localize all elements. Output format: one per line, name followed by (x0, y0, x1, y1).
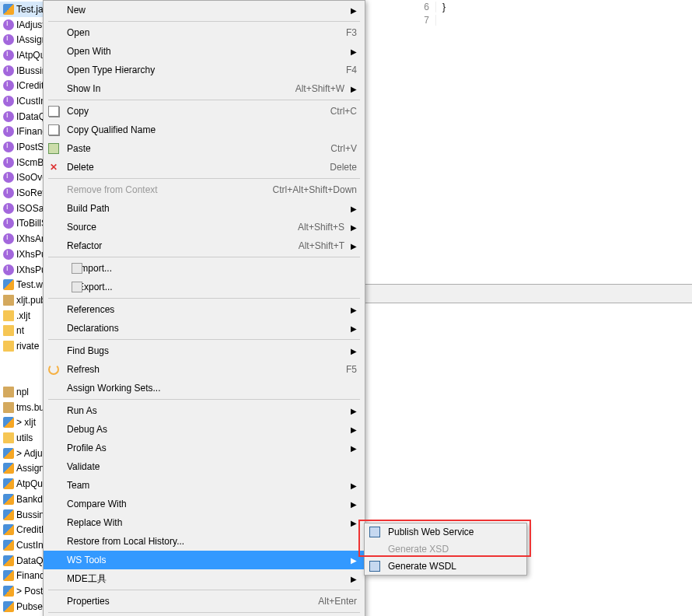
menu-item-profile-as[interactable]: Profile As▶ (44, 439, 365, 457)
tree-item[interactable]: IXhsPur (0, 247, 47, 262)
tree-item[interactable]: ISoOve (0, 170, 47, 186)
tree-item[interactable]: IFinance (0, 124, 47, 140)
project-explorer[interactable]: Test.javaIAdjustRIAssignnIAtpQueIBussinu… (0, 0, 47, 616)
tree-item[interactable]: Bankdc (0, 492, 47, 507)
tree-item[interactable]: IAssignn (0, 32, 47, 47)
menu-item-replace-with[interactable]: Replace With▶ (44, 513, 365, 532)
submenu-arrow-icon: ▶ (351, 6, 357, 15)
menu-item-declarations[interactable]: Declarations▶ (44, 319, 365, 338)
menu-item-team[interactable]: Team▶ (44, 476, 365, 495)
remove-icon (48, 184, 59, 195)
menu-item-open[interactable]: OpenF3 (44, 23, 365, 42)
tree-item[interactable]: IXhsPur (0, 262, 47, 278)
menu-item-properties[interactable]: PropertiesAlt+Enter (44, 592, 365, 611)
tree-item[interactable] (0, 354, 47, 369)
tree-item[interactable]: DataQu (0, 553, 47, 569)
tree-item[interactable]: xljt.pub (0, 292, 47, 308)
tree-item[interactable]: AssignS (0, 461, 47, 477)
menu-item-run-as[interactable]: Run As▶ (44, 401, 365, 420)
tree-item[interactable]: ISoRetu (0, 185, 47, 201)
tree-item[interactable]: ICustInf (0, 93, 47, 109)
tree-item[interactable]: ISOSale (0, 201, 47, 216)
menu-item-mde-[interactable]: MDE工具▶ (44, 569, 365, 588)
menu-item-compare-with[interactable]: Compare With▶ (44, 495, 365, 513)
tree-item[interactable]: Test.ws (0, 277, 47, 292)
submenu-label: Generate XSD (388, 544, 449, 555)
tree-item[interactable]: IPostSa (0, 139, 47, 155)
tree-item[interactable]: .xljt (0, 308, 47, 324)
tree-item[interactable]: AtpQue (0, 476, 47, 492)
tree-item[interactable]: > PostS (0, 583, 47, 599)
tree-item[interactable]: > Adjus (0, 446, 47, 461)
menu-item-paste[interactable]: PasteCtrl+V (44, 139, 365, 158)
menu-item-source[interactable]: SourceAlt+Shift+S▶ (44, 218, 365, 236)
submenu-arrow-icon: ▶ (351, 444, 357, 453)
java-icon (3, 601, 14, 612)
menu-item-restore-from-local-history-[interactable]: Restore from Local History... (44, 532, 365, 551)
menu-shortcut: Alt+Shift+S (298, 222, 344, 233)
submenu-arrow-icon: ▶ (351, 425, 357, 434)
tree-item[interactable]: > xljt (0, 415, 47, 431)
menu-item-refresh[interactable]: RefreshF5 (44, 360, 365, 379)
tree-item[interactable]: npl (0, 384, 47, 400)
menu-item-ws-tools[interactable]: WS Tools▶ (44, 551, 365, 569)
java-icon (3, 494, 14, 505)
tree-item[interactable]: Test.java (0, 2, 47, 17)
tree-item[interactable]: utils (0, 430, 47, 446)
tree-item[interactable]: Finance (0, 568, 47, 583)
menu-label: Declarations (67, 323, 344, 334)
tree-item[interactable]: CustInfc (0, 537, 47, 553)
tree-item[interactable]: tms.busi (0, 400, 47, 415)
submenu-arrow-icon: ▶ (351, 205, 357, 213)
tree-item[interactable]: IToBillS (0, 216, 47, 232)
tree-item[interactable]: IAdjustR (0, 17, 47, 33)
menu-label: Validate (67, 461, 357, 472)
code-text[interactable]: } (436, 2, 446, 12)
tree-item[interactable]: IXhsArE (0, 231, 47, 247)
menu-label: Open Type Hierarchy (67, 65, 346, 75)
tree-label: .xljt (16, 310, 30, 321)
menu-item-import-[interactable]: Import... (44, 259, 365, 278)
package-icon (3, 295, 14, 306)
tree-item[interactable]: ICreditN (0, 78, 47, 93)
menu-item-copy[interactable]: CopyCtrl+C (44, 102, 365, 121)
tree-item[interactable]: IDataQu (0, 109, 47, 124)
menu-label: References (67, 304, 344, 315)
tree-item[interactable] (0, 369, 47, 385)
menu-item-delete[interactable]: ✕DeleteDelete (44, 158, 365, 177)
submenu-item-generate-wsdl[interactable]: Generate WSDL (365, 558, 526, 575)
tree-label: npl (16, 387, 29, 397)
menu-label: Compare With (67, 499, 344, 509)
menu-item-references[interactable]: References▶ (44, 300, 365, 319)
menu-item-debug-as[interactable]: Debug As▶ (44, 420, 365, 439)
menu-item-find-bugs[interactable]: Find Bugs▶ (44, 341, 365, 360)
menu-item-open-type-hierarchy[interactable]: Open Type HierarchyF4 (44, 61, 365, 79)
tree-item[interactable]: IBussinu (0, 63, 47, 79)
submenu-arrow-icon: ▶ (351, 47, 357, 56)
tree-item[interactable]: rivate (0, 338, 47, 354)
menu-item-validate[interactable]: Validate (44, 457, 365, 476)
menu-item-assign-working-sets-[interactable]: Assign Working Sets... (44, 379, 365, 397)
menu-item-show-in[interactable]: Show InAlt+Shift+W▶ (44, 79, 365, 98)
menu-item-copy-qualified-name[interactable]: Copy Qualified Name (44, 121, 365, 139)
menu-item-open-with[interactable]: Open With▶ (44, 42, 365, 61)
tree-item[interactable]: PubserviceForDBImpl RequiresNew.java (0, 599, 47, 614)
submenu-arrow-icon: ▶ (351, 575, 357, 583)
tree-item[interactable]: Bussinu (0, 507, 47, 523)
submenu-item-generate-xsd: Generate XSD (365, 541, 526, 558)
menu-shortcut: F4 (346, 65, 357, 75)
tree-item[interactable]: CreditN (0, 522, 47, 537)
menu-item-export-[interactable]: Export... (44, 278, 365, 296)
menu-label: Delete (67, 162, 330, 173)
tree-item[interactable]: IAtpQue (0, 47, 47, 63)
menu-label: Paste (67, 143, 330, 154)
tree-item[interactable]: IScmBill (0, 155, 47, 170)
menu-item-build-path[interactable]: Build Path▶ (44, 199, 365, 218)
tree-item[interactable]: nt (0, 323, 47, 338)
menu-item-new[interactable]: New▶ (44, 1, 365, 19)
submenu-item-publish-web-service[interactable]: Publish Web Service (365, 523, 526, 541)
tree-label: > xljt (16, 417, 36, 428)
menu-item-refactor[interactable]: RefactorAlt+Shift+T▶ (44, 236, 365, 255)
submenu-arrow-icon: ▶ (351, 556, 357, 565)
java-icon (3, 417, 14, 428)
